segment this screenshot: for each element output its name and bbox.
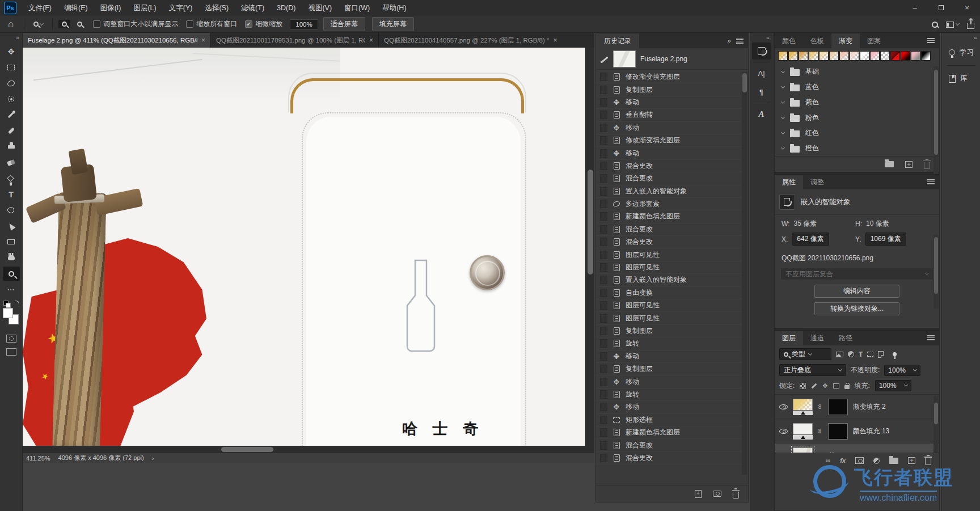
chevron-right-icon[interactable]: [781, 84, 785, 88]
history-item[interactable]: 图层可见性: [596, 299, 741, 312]
history-source-well[interactable]: [600, 301, 607, 310]
chevron-right-icon[interactable]: [781, 145, 785, 149]
checked-checkbox[interactable]: ✓: [245, 20, 252, 28]
minimize-button[interactable]: –: [902, 0, 928, 16]
history-source-well[interactable]: [600, 86, 607, 94]
history-source-well[interactable]: [600, 98, 607, 107]
close-button[interactable]: ×: [954, 0, 980, 16]
new-group-icon[interactable]: [885, 161, 894, 167]
menu-item[interactable]: 编辑(E): [58, 0, 94, 16]
layer-mask-thumbnail[interactable]: [828, 423, 848, 440]
gradient-folder-粉色[interactable]: 粉色: [775, 110, 939, 125]
menu-item[interactable]: 帮助(H): [376, 0, 412, 16]
tab-close-icon[interactable]: ×: [369, 36, 373, 44]
layer-row[interactable]: ∞颜色填充 13: [775, 419, 939, 444]
tab-通道[interactable]: 通道: [803, 331, 831, 345]
shape-tool[interactable]: [3, 235, 20, 249]
history-item[interactable]: 置入嵌入的智能对象: [596, 185, 741, 198]
filter-type-layers-icon[interactable]: T: [859, 350, 863, 358]
convert-to-linked-button[interactable]: 转换为链接对象...: [814, 302, 899, 315]
fill-input[interactable]: 100%: [875, 380, 911, 391]
history-item[interactable]: 复制图层: [596, 363, 741, 375]
history-item[interactable]: 自由变换: [596, 287, 741, 299]
history-source-well[interactable]: [600, 251, 607, 259]
libraries-panel-button[interactable]: 库: [942, 68, 980, 89]
history-item[interactable]: 混合更改: [596, 172, 741, 185]
filter-adjustment-layers-icon[interactable]: [848, 351, 854, 357]
tab-渐变[interactable]: 渐变: [831, 33, 860, 48]
chevron-right-icon[interactable]: [781, 69, 785, 73]
zoom-percent-field[interactable]: 100%: [290, 19, 318, 29]
history-item[interactable]: ✥移动: [596, 401, 741, 413]
gradient-swatch[interactable]: [870, 51, 880, 61]
tab-图案[interactable]: 图案: [860, 33, 888, 48]
character-panel-icon[interactable]: A|: [752, 65, 771, 82]
menu-item[interactable]: 图层(L): [127, 0, 162, 16]
history-item[interactable]: 矩形选框: [596, 414, 741, 426]
menu-item[interactable]: 选择(S): [198, 0, 235, 16]
toolbar-collapse-icon[interactable]: »: [16, 34, 19, 41]
menu-item[interactable]: 窗口(W): [338, 0, 376, 16]
tab-属性[interactable]: 属性: [775, 175, 803, 189]
gradient-folder-基础[interactable]: 基础: [775, 64, 939, 79]
pen-tool[interactable]: [3, 203, 20, 217]
history-source-well[interactable]: [600, 339, 607, 348]
paragraph-panel-icon[interactable]: ¶: [752, 83, 771, 100]
document-tab[interactable]: Fuselage 2.png @ 411% (QQ截图2021103021065…: [23, 33, 211, 48]
type-tool[interactable]: T: [3, 187, 20, 201]
unchecked-checkbox[interactable]: [93, 20, 100, 28]
menu-item[interactable]: 3D(D): [271, 0, 302, 16]
history-source-well[interactable]: [600, 378, 607, 386]
strip-collapse-icon[interactable]: «: [766, 34, 770, 41]
filter-type-dropdown[interactable]: 类型: [779, 348, 831, 360]
edit-toolbar[interactable]: ⋯: [3, 282, 20, 297]
swap-colors-icon[interactable]: [15, 301, 19, 305]
history-source-well[interactable]: [600, 124, 607, 132]
scrollbar-thumb[interactable]: [934, 403, 938, 424]
panel-menu-icon[interactable]: [927, 335, 935, 340]
gradient-folder-蓝色[interactable]: 蓝色: [775, 79, 939, 95]
quick-mask-button[interactable]: [6, 335, 16, 343]
gradient-swatch[interactable]: [778, 51, 788, 61]
gradient-swatch[interactable]: [788, 51, 798, 61]
history-source-well[interactable]: [600, 187, 607, 196]
lock-all-icon[interactable]: [844, 385, 850, 389]
tab-路径[interactable]: 路径: [831, 331, 860, 345]
strip-collapse-icon[interactable]: «: [974, 34, 977, 41]
zoom-option[interactable]: 调整窗口大小以满屏显示: [93, 19, 178, 29]
hand-tool[interactable]: [3, 251, 20, 265]
clone-stamp-tool[interactable]: [3, 140, 20, 154]
gradient-folder-紫色[interactable]: 紫色: [775, 95, 939, 110]
history-item[interactable]: 多边形套索: [596, 198, 741, 210]
history-item[interactable]: 混合更改: [596, 452, 741, 464]
zoom-out-button[interactable]: [74, 20, 86, 28]
history-item[interactable]: 混合更改: [596, 160, 741, 172]
layer-style-icon[interactable]: fx: [840, 457, 846, 464]
unchecked-checkbox[interactable]: [186, 20, 193, 28]
menu-item[interactable]: 图像(I): [94, 0, 128, 16]
glyphs-panel-icon[interactable]: A: [752, 105, 771, 123]
history-scrollbar[interactable]: [742, 72, 747, 475]
zoom-tool-preset[interactable]: [30, 20, 47, 28]
gradient-swatch[interactable]: [799, 51, 808, 61]
history-source-well[interactable]: [600, 365, 607, 373]
document-tab[interactable]: QQ截图20211004140557.png @ 227% (图层 1, RGB…: [379, 33, 594, 48]
history-source-well[interactable]: [600, 174, 607, 183]
lock-position-icon[interactable]: ✥: [822, 382, 827, 390]
fit-screen-button[interactable]: 适合屏幕: [323, 17, 365, 31]
panel-menu-icon[interactable]: [736, 39, 744, 44]
lock-transparency-icon[interactable]: [800, 383, 806, 389]
history-source-well[interactable]: [600, 136, 607, 145]
history-source-well[interactable]: [600, 263, 607, 272]
default-colors-icon[interactable]: [3, 301, 9, 306]
paint-bucket-tool[interactable]: [3, 171, 20, 185]
menu-item[interactable]: 视图(V): [302, 0, 338, 16]
canvas[interactable]: 哈 士 奇 ★ ★ ★: [23, 48, 585, 446]
layer-comp-dropdown[interactable]: 不应用图层复合: [780, 268, 933, 280]
new-gradient-icon[interactable]: [905, 161, 913, 168]
history-source-well[interactable]: [600, 403, 607, 411]
tab-close-icon[interactable]: ×: [201, 36, 205, 44]
gradient-folder-红色[interactable]: 红色: [775, 125, 939, 141]
gradient-swatch[interactable]: [809, 51, 818, 61]
history-item[interactable]: ✥移动: [596, 147, 741, 159]
